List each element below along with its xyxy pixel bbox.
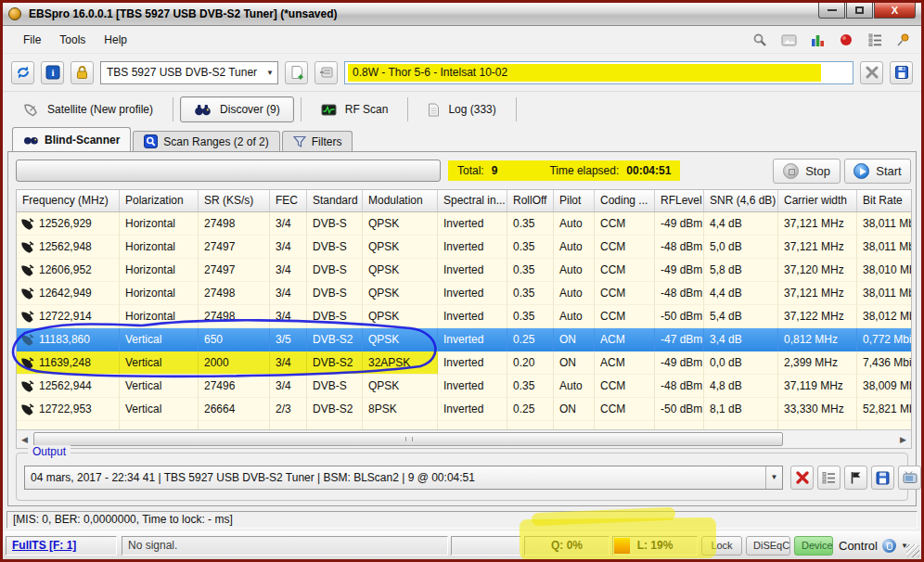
resize-grip[interactable]	[906, 544, 919, 557]
device-button[interactable]: Device	[794, 536, 833, 556]
cell: 52,821 Mbit/s	[857, 398, 912, 421]
chevron-down-icon: ▼	[263, 69, 277, 77]
cell: ACM	[595, 328, 655, 351]
cell: 37,121 MHz	[778, 212, 857, 236]
cell: CCM	[595, 259, 655, 282]
cell: QPSK	[363, 375, 438, 398]
close-button[interactable]: X	[874, 3, 916, 19]
record-icon[interactable]	[838, 32, 854, 48]
column-header[interactable]: Standard	[307, 190, 363, 211]
column-header[interactable]: Modulation	[363, 190, 438, 211]
cell: -47 dBm	[655, 328, 704, 351]
delete-output-button[interactable]	[790, 466, 814, 490]
start-label: Start	[876, 164, 901, 178]
new-profile-button[interactable]	[285, 61, 308, 84]
snapshot-icon[interactable]	[780, 32, 797, 48]
menu-file[interactable]: File	[14, 29, 50, 51]
column-header[interactable]: Bit Rate	[857, 190, 912, 211]
details-output-button[interactable]	[817, 466, 841, 490]
column-header[interactable]: Pilot	[554, 190, 595, 211]
frequency-cell: 12526,929	[17, 212, 120, 236]
table-row[interactable]: 12722,914Horizontal274983/4DVB-SQPSKInve…	[17, 305, 912, 328]
quality-indicator: Q: 0%	[524, 536, 610, 556]
table-row[interactable]: 12722,953Vertical266642/3DVB-S28PSKInver…	[17, 398, 912, 421]
start-button[interactable]: Start	[844, 159, 911, 184]
cell: 0.35	[507, 305, 554, 328]
tab-satellite[interactable]: Satellite (New profile)	[10, 96, 166, 122]
cell: -49 dBm	[655, 259, 704, 282]
save-position-button[interactable]	[890, 61, 913, 84]
subtab-blind-scanner[interactable]: Blind-Scanner	[12, 127, 131, 151]
table-row[interactable]: 11183,860Vertical6503/5DVB-S2QPSKInverte…	[17, 328, 912, 351]
cell: -50 dBm	[655, 398, 704, 421]
flag-icon	[850, 471, 862, 484]
filler-cell	[120, 421, 199, 429]
scanner-panel: Total: 9 Time elapsed: 00:04:51 Stop Sta…	[7, 151, 917, 506]
column-header[interactable]: Coding ...	[595, 190, 655, 211]
clear-field-button[interactable]	[860, 61, 883, 84]
table-row[interactable]: 12562,944Vertical274963/4DVB-SQPSKInvert…	[17, 375, 912, 398]
tab-discover[interactable]: Discover (9)	[180, 96, 294, 122]
column-header[interactable]: FEC	[270, 190, 307, 211]
menu-help[interactable]: Help	[95, 29, 136, 51]
lock-status-button[interactable]: Lock	[701, 536, 742, 556]
table-row[interactable]: 11639,248Vertical20003/4DVB-S232APSKInve…	[17, 351, 912, 375]
tab-rf-scan[interactable]: RF Scan	[308, 96, 402, 122]
cell: ACM	[595, 351, 655, 375]
column-header[interactable]: SR (KS/s)	[199, 190, 270, 211]
cell: 3/4	[270, 259, 307, 282]
column-header[interactable]: RollOff	[507, 190, 554, 211]
column-header[interactable]: Carrier width	[778, 190, 857, 211]
cell: 0.35	[507, 236, 554, 259]
cell: 0.25	[507, 398, 554, 421]
cell: DVB-S	[307, 259, 363, 282]
minimize-button[interactable]	[818, 3, 845, 19]
satellite-dish-icon	[23, 103, 39, 117]
tab-log[interactable]: Log (333)	[415, 96, 508, 122]
maximize-button[interactable]	[846, 3, 873, 19]
column-header[interactable]: Frequency (MHz)	[17, 190, 120, 211]
save-icon	[894, 65, 909, 80]
stop-button[interactable]: Stop	[773, 159, 841, 184]
cell: Inverted	[438, 212, 507, 236]
tab-separator	[516, 97, 517, 121]
magnifier-blue-icon	[144, 134, 158, 148]
table-row[interactable]: 12526,929Horizontal274983/4DVB-SQPSKInve…	[17, 212, 912, 236]
satellite-dish-icon	[20, 287, 34, 300]
horizontal-scrollbar[interactable]: ◀ ▶	[17, 429, 911, 448]
tag-button[interactable]	[314, 61, 338, 84]
save-output-button[interactable]	[871, 466, 894, 490]
table-row[interactable]: 12562,948Horizontal274973/4DVB-SQPSKInve…	[17, 236, 912, 259]
chart-icon[interactable]	[809, 32, 826, 48]
fullts-link[interactable]: FullTS [F: 1]	[6, 536, 117, 556]
diseqc-button[interactable]: DiSEqC	[746, 536, 790, 556]
device-combo[interactable]: TBS 5927 USB DVB-S2 Tuner ▼	[100, 61, 278, 84]
subtab-scan-ranges[interactable]: Scan Ranges (2 of 2)	[133, 131, 279, 151]
cell: 37,122 MHz	[778, 305, 857, 328]
satellite-position-field[interactable]: 0.8W - Thor 5-6 - Intelsat 10-02	[344, 61, 853, 84]
refresh-button[interactable]	[11, 61, 34, 84]
search-icon[interactable]	[751, 32, 768, 48]
table-row[interactable]: 12642,949Horizontal274983/4DVB-SQPSKInve…	[17, 282, 912, 305]
menu-bar: File Tools Help	[3, 26, 921, 54]
column-header[interactable]: SNR (4,6 dB)	[704, 190, 778, 211]
lock-button[interactable]	[71, 61, 94, 84]
info-button[interactable]: i	[41, 61, 64, 84]
maximize-icon	[855, 6, 864, 14]
column-header[interactable]: RFLevel	[655, 190, 704, 211]
menu-tools[interactable]: Tools	[50, 29, 95, 51]
list-icon[interactable]	[866, 32, 883, 48]
column-header[interactable]: Spectral in...	[438, 190, 507, 211]
flag-output-button[interactable]	[844, 466, 867, 490]
scroll-thumb[interactable]	[33, 432, 783, 446]
scroll-right-arrow[interactable]: ▶	[895, 430, 911, 449]
table-row[interactable]: 12606,952Horizontal274973/4DVB-SQPSKInve…	[17, 259, 912, 282]
subtab-filters[interactable]: Filters	[282, 131, 353, 151]
output-combo[interactable]: 04 mars, 2017 - 22:34 41 | TBS 5927 USB …	[24, 466, 783, 490]
column-header[interactable]: Polarization	[120, 190, 199, 211]
tv-output-button[interactable]	[898, 466, 921, 490]
cell: DVB-S	[307, 282, 363, 305]
cell: 4,4 dB	[704, 282, 778, 305]
pin-icon[interactable]	[895, 32, 912, 48]
control-menu[interactable]: Control ▼	[839, 536, 908, 556]
